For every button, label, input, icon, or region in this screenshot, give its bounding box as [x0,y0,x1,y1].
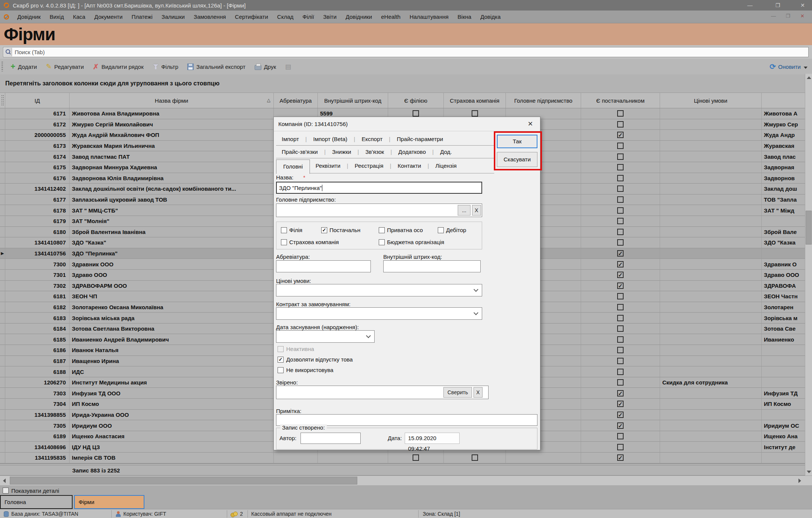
horizontal-scroll-thumb[interactable] [10,477,357,485]
is-supplier-checkbox[interactable] [617,369,624,375]
abbreviation-field[interactable] [276,260,371,272]
menu-item-nalashtuvannia[interactable]: Налаштування [405,11,453,23]
menu-item-sklad[interactable]: Склад [273,11,298,23]
delete-row-button[interactable]: ✗Видалити рядок [88,59,148,74]
internal-barcode-field[interactable] [383,260,481,272]
group-by-panel[interactable]: Перетягніть заголовок колонки сюди для у… [0,74,812,93]
is-supplier-checkbox[interactable] [617,283,624,289]
menu-item-zamovlennia[interactable]: Замовлення [189,11,230,23]
tab-holovna[interactable]: Головна [0,495,73,509]
mdi-minimize-icon[interactable]: — [771,13,776,19]
table-row[interactable]: 1341195835Імперія СВ ТОВ [0,453,812,463]
is-supplier-checkbox[interactable] [617,229,624,235]
is-supplier-checkbox[interactable] [617,304,624,310]
is-supplier-checkbox[interactable] [617,444,624,450]
menu-item-platezhi[interactable]: Платежі [127,11,157,23]
name-field[interactable]: ЗДО "Перлинка" [276,182,482,194]
is-supplier-checkbox[interactable] [617,379,624,386]
column-header-price-terms[interactable]: Цінові умови [660,93,762,108]
menu-item-vykhid[interactable]: Вихід [45,11,68,23]
tab-export[interactable]: Експорт [356,136,388,142]
is-supplier-checkbox[interactable] [617,422,624,429]
columns-button[interactable]: ▤ [281,59,296,74]
is-supplier-checkbox[interactable] [617,293,624,299]
mdi-close-icon[interactable]: ✕ [800,13,804,19]
is-supplier-checkbox[interactable] [617,207,624,214]
flag-insurance[interactable]: Страхова компанія [281,239,339,245]
is-supplier-checkbox[interactable] [617,315,624,321]
show-details-checkbox[interactable] [3,488,9,494]
is-supplier-checkbox[interactable] [617,454,624,461]
verify-button[interactable]: Сверить [443,387,472,398]
tab-price-links[interactable]: Прайс-зв'язки [276,149,323,155]
insurance-checkbox[interactable] [472,454,478,461]
is-supplier-checkbox[interactable] [617,433,624,439]
is-supplier-checkbox[interactable] [617,412,624,418]
is-branch-checkbox[interactable] [413,454,419,461]
flag-branch[interactable]: Філія [281,227,302,233]
price-terms-select[interactable] [276,284,482,296]
is-supplier-checkbox[interactable] [617,175,624,181]
print-button[interactable]: Друк [250,59,281,74]
is-supplier-checkbox[interactable] [617,153,624,160]
tab-import-beta[interactable]: Імпорт (Beta) [308,136,353,142]
is-supplier-checkbox[interactable] [617,196,624,203]
add-button[interactable]: +Додати [6,59,41,74]
is-supplier-checkbox[interactable] [617,250,624,257]
tab-dod[interactable]: Дод. [434,149,457,155]
column-header-is-supplier[interactable]: Є постачальником [581,93,660,108]
is-supplier-checkbox[interactable] [617,261,624,267]
column-header-parent[interactable]: Головне підприємство [506,93,581,108]
column-header-barcode[interactable]: Внутрішній штрих-код [318,93,388,108]
flag-debtor[interactable]: Дебітор [438,227,466,233]
menu-item-sertyfikaty[interactable]: Сертифікати [231,11,273,23]
dialog-close-icon[interactable]: ✕ [526,120,535,128]
allow-dispense-checkbox-row[interactable]: Дозволяти відпустку това [278,356,353,363]
menu-item-dovidnyk[interactable]: Довідник [13,11,45,23]
vertical-scroll-thumb[interactable] [806,211,812,245]
menu-item-kasa[interactable]: Каса [68,11,90,23]
parent-company-field[interactable] [276,204,482,217]
mdi-restore-icon[interactable]: ❐ [786,13,790,19]
export-button[interactable]: Загальний експорт [183,59,250,74]
scroll-up-icon[interactable] [805,74,812,81]
flag-private-person[interactable]: Приватна осо [379,227,423,233]
menu-item-ehealth[interactable]: eHealth [376,11,405,23]
default-contract-select[interactable] [276,307,482,320]
is-supplier-checkbox[interactable] [617,239,624,246]
window-minimize-icon[interactable]: — [744,0,756,11]
tab-main[interactable]: Головні [276,160,310,174]
window-maximize-icon[interactable]: ❐ [771,0,784,11]
is-supplier-checkbox[interactable] [617,110,624,117]
column-header-id[interactable]: ІД [5,93,70,108]
menu-item-dovidnyky[interactable]: Довідники [341,11,376,23]
tab-contacts[interactable]: Контакти [392,163,426,169]
search-input[interactable] [12,49,808,55]
refresh-button[interactable]: ⟳Оновити [770,59,801,74]
column-header-extra[interactable] [762,93,812,108]
menu-item-zvity[interactable]: Звіти [319,11,341,23]
search-box[interactable] [3,47,809,57]
tab-import[interactable]: Імпорт [276,136,305,142]
verified-clear-button[interactable]: X [474,387,483,398]
scroll-right-icon[interactable] [795,477,804,485]
filter-button[interactable]: Фільтр [148,59,183,74]
tab-discounts[interactable]: Знижки [326,149,357,155]
insurance-checkbox[interactable] [472,110,478,117]
vertical-scrollbar[interactable] [805,74,812,475]
is-supplier-checkbox[interactable] [617,272,624,278]
column-header-insurance[interactable]: Страхова компанія [444,93,506,108]
is-supplier-checkbox[interactable] [617,164,624,170]
is-supplier-checkbox[interactable] [617,336,624,343]
menu-item-dokumenty[interactable]: Документи [90,11,127,23]
is-supplier-checkbox[interactable] [617,401,624,407]
scroll-down-icon[interactable] [805,468,812,475]
parent-clear-button[interactable]: X [472,205,481,216]
refresh-dropdown-icon[interactable] [804,67,807,69]
is-supplier-checkbox[interactable] [617,325,624,332]
is-supplier-checkbox[interactable] [617,218,624,224]
menu-item-zalyshky[interactable]: Залишки [157,11,190,23]
scroll-left-icon[interactable] [0,477,8,485]
menu-item-dovidka[interactable]: Довідка [476,11,505,23]
is-supplier-checkbox[interactable] [617,143,624,149]
